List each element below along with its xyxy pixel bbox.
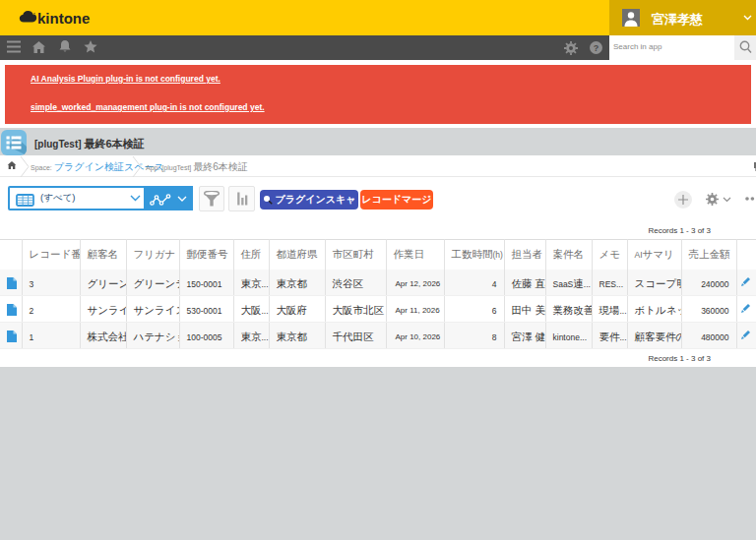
svg-text:?: ? — [594, 43, 599, 53]
